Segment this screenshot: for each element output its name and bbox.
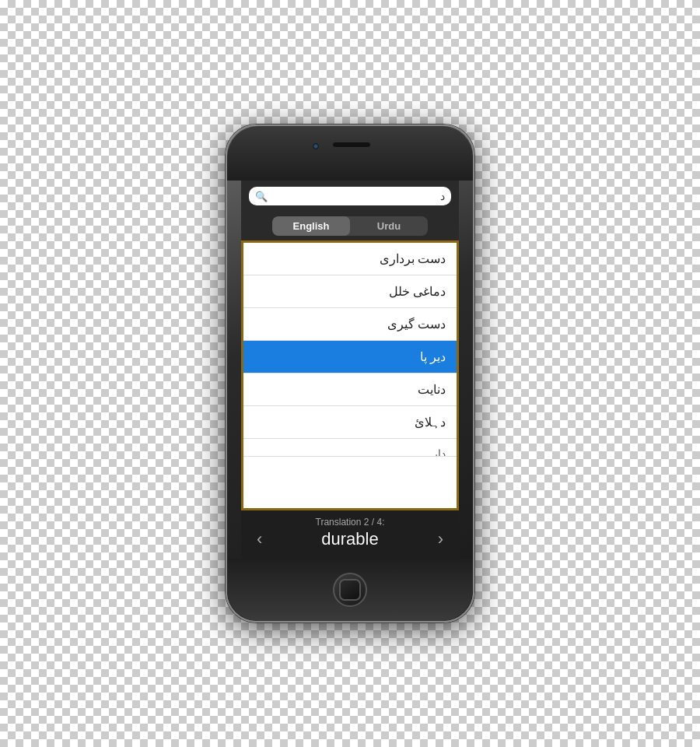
- segment-wrapper: English Urdu: [272, 216, 428, 236]
- list-item[interactable]: دست گیری: [243, 308, 457, 341]
- segment-english[interactable]: English: [272, 216, 350, 236]
- speaker-icon: [332, 142, 371, 148]
- phone-bottom-bezel: [227, 559, 473, 621]
- search-input-wrapper[interactable]: 🔍 د: [249, 187, 451, 205]
- segment-control: English Urdu: [241, 212, 459, 240]
- list-item[interactable]: دہلائ: [243, 406, 457, 439]
- phone-top-bezel: [227, 126, 473, 181]
- phone-screen: 🔍 د English Urdu دست برداری دماغی خلل دس…: [241, 181, 459, 559]
- prev-arrow[interactable]: ‹: [249, 529, 270, 549]
- camera-icon: [313, 143, 319, 149]
- home-button-inner: [339, 579, 361, 601]
- word-list: دست برداری دماغی خلل دست گیری دیر پا دنا…: [241, 240, 459, 510]
- list-item-partial[interactable]: دار: [243, 439, 457, 457]
- search-bar: 🔍 د: [241, 181, 459, 212]
- translation-label: Translation 2 / 4:: [316, 517, 385, 528]
- next-arrow[interactable]: ›: [430, 529, 451, 549]
- search-input-value: د: [440, 190, 445, 202]
- search-icon: 🔍: [255, 191, 268, 202]
- list-item[interactable]: دماغی خلل: [243, 275, 457, 308]
- list-item[interactable]: دنایت: [243, 374, 457, 406]
- segment-urdu[interactable]: Urdu: [350, 216, 428, 236]
- translation-nav: ‹ durable ›: [249, 529, 451, 549]
- translation-bar: Translation 2 / 4: ‹ durable ›: [241, 510, 459, 559]
- list-item[interactable]: دست برداری: [243, 243, 457, 275]
- translation-word: durable: [321, 529, 378, 549]
- phone-device: 🔍 د English Urdu دست برداری دماغی خلل دس…: [226, 124, 474, 622]
- home-button[interactable]: [333, 573, 367, 607]
- list-item-selected[interactable]: دیر پا: [243, 341, 457, 374]
